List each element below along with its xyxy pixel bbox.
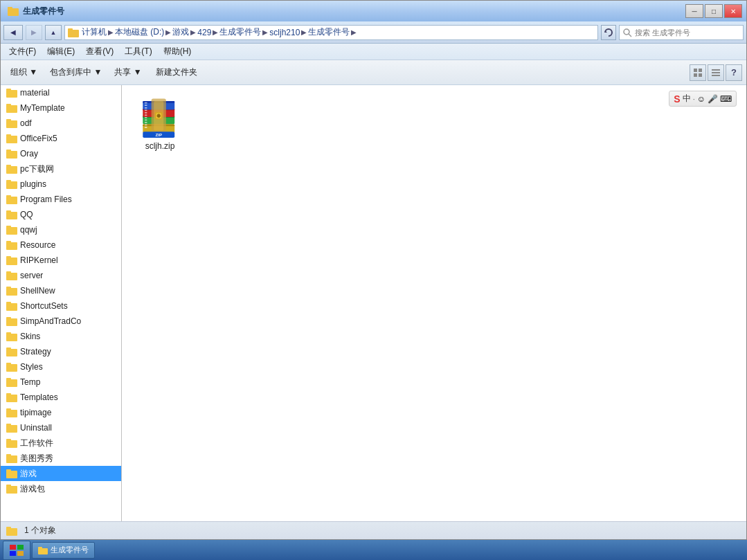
help-button[interactable]: ?: [726, 64, 742, 81]
folder-icon: [6, 271, 17, 280]
menu-tools[interactable]: 工具(T): [119, 45, 157, 59]
menu-file[interactable]: 文件(F): [3, 45, 42, 59]
sidebar-item-shortcutsets[interactable]: ShortcutSets: [1, 298, 121, 314]
toolbar: 组织 ▼ 包含到库中 ▼ 共享 ▼ 新建文件夹: [1, 60, 746, 85]
svg-rect-8: [699, 69, 702, 72]
zip-icon-wrapper: ZIP: [138, 96, 182, 138]
view-list-button[interactable]: [708, 64, 724, 81]
sidebar-item-templates[interactable]: Templates: [1, 390, 121, 405]
folder-icon: [6, 118, 17, 128]
menu-help[interactable]: 帮助(H): [158, 45, 197, 59]
svg-rect-52: [6, 379, 17, 387]
svg-rect-2: [68, 30, 79, 37]
sidebar-item-qq[interactable]: QQ: [1, 207, 121, 222]
taskbar-explorer-btn[interactable]: 生成零件号: [32, 542, 95, 559]
up-button[interactable]: ▲: [45, 25, 62, 40]
sidebar-item-resource[interactable]: Resource: [1, 237, 121, 253]
sidebar-item-gamepack[interactable]: 游戏包: [1, 481, 121, 496]
folder-icon: [6, 301, 17, 311]
start-button[interactable]: [3, 541, 30, 560]
sidebar-item-plugins[interactable]: plugins: [1, 177, 121, 192]
back-button[interactable]: ◀: [3, 25, 23, 40]
maximize-button[interactable]: □: [705, 4, 723, 18]
sidebar-item-material[interactable]: material: [1, 85, 121, 100]
bc-scljh210[interactable]: scljh210: [269, 28, 300, 37]
svg-line-6: [629, 34, 631, 37]
sidebar-label-shortcutsets: ShortcutSets: [20, 301, 68, 311]
bc-disk[interactable]: 本地磁盘 (D:): [115, 26, 164, 38]
svg-rect-66: [6, 486, 17, 494]
include-library-dropdown[interactable]: 包含到库中 ▼: [44, 63, 107, 82]
bc-games[interactable]: 游戏: [172, 26, 189, 38]
sidebar-item-oray[interactable]: Oray: [1, 146, 121, 161]
sidebar-label-pcdownload: pc下载网: [20, 163, 54, 175]
sidebar-label-shellnew: ShellNew: [20, 286, 55, 296]
sidebar-item-shellnew[interactable]: ShellNew: [1, 283, 121, 298]
svg-rect-44: [6, 318, 17, 326]
status-folder-icon: [6, 526, 17, 536]
sidebar-item-mytemplate[interactable]: MyTemplate: [1, 100, 121, 116]
sidebar-item-meituxiu[interactable]: 美图秀秀: [1, 451, 121, 466]
sidebar-label-worksoftware: 工作软件: [20, 437, 53, 449]
search-box[interactable]: [619, 25, 744, 40]
folder-icon: [6, 286, 17, 296]
view-large-icons-button[interactable]: [690, 64, 706, 81]
new-folder-button[interactable]: 新建文件夹: [149, 63, 204, 82]
organize-dropdown[interactable]: 组织 ▼: [5, 63, 43, 82]
search-input[interactable]: [635, 28, 740, 37]
sidebar-item-qqwj[interactable]: qqwj: [1, 222, 121, 237]
status-bar: 1 个对象: [1, 521, 746, 539]
sidebar-label-gamepack: 游戏包: [20, 483, 45, 495]
sidebar-label-odf: odf: [20, 118, 32, 128]
bc-parts2[interactable]: 生成零件号: [308, 26, 350, 38]
svg-rect-36: [6, 258, 17, 265]
sidebar-item-styles[interactable]: Styles: [1, 359, 121, 374]
svg-rect-60: [6, 440, 17, 448]
bc-parts[interactable]: 生成零件号: [219, 26, 261, 38]
bc-arrow-2: ▶: [165, 28, 171, 36]
sidebar-label-server: server: [20, 271, 43, 280]
sidebar-label-qqwj: qqwj: [20, 225, 37, 235]
sidebar: material MyTemplate odf OfficeFix5 Oray …: [1, 85, 122, 521]
folder-icon: [6, 362, 17, 372]
file-item-scljh-zip[interactable]: ZIP scljh.zip: [129, 92, 191, 154]
minimize-button[interactable]: ─: [685, 4, 703, 18]
bc-429[interactable]: 429: [197, 28, 211, 37]
bc-arrow-6: ▶: [301, 28, 307, 36]
sidebar-item-pcdownload[interactable]: pc下载网: [1, 161, 121, 177]
svg-rect-37: [6, 256, 11, 258]
refresh-button[interactable]: [601, 25, 616, 40]
sidebar-item-tipimage[interactable]: tipimage: [1, 405, 121, 420]
menu-edit[interactable]: 编辑(E): [42, 45, 80, 59]
folder-icon-selected: [6, 469, 17, 478]
address-path-box[interactable]: 计算机 ▶ 本地磁盘 (D:) ▶ 游戏 ▶ 429 ▶ 生成零件号 ▶ scl…: [64, 25, 598, 40]
sidebar-item-games[interactable]: 游戏: [1, 466, 121, 481]
sidebar-item-programfiles[interactable]: Program Files: [1, 192, 121, 207]
forward-button[interactable]: ▶: [26, 25, 42, 40]
include-library-button[interactable]: 包含到库中 ▼: [44, 63, 107, 82]
bc-computer[interactable]: 计算机: [82, 26, 107, 38]
sogou-s-icon: S: [674, 93, 680, 105]
svg-rect-46: [6, 334, 17, 341]
sidebar-item-officefix5[interactable]: OfficeFix5: [1, 131, 121, 146]
organize-button[interactable]: 组织 ▼: [5, 63, 43, 82]
sidebar-item-skins[interactable]: Skins: [1, 329, 121, 344]
windows-logo-icon: [10, 545, 24, 556]
close-button[interactable]: ✕: [724, 4, 742, 18]
share-button[interactable]: 共享 ▼: [109, 63, 147, 82]
sidebar-item-temp[interactable]: Temp: [1, 374, 121, 390]
sidebar-item-worksoftware[interactable]: 工作软件: [1, 435, 121, 451]
svg-rect-13: [712, 75, 720, 76]
sidebar-item-odf[interactable]: odf: [1, 116, 121, 131]
svg-rect-89: [145, 122, 147, 123]
sidebar-item-ripkernel[interactable]: RIPKernel: [1, 253, 121, 268]
folder-icon: [6, 88, 17, 98]
sidebar-item-strategy[interactable]: Strategy: [1, 344, 121, 359]
sidebar-item-simpandtrad[interactable]: SimpAndTradCo: [1, 314, 121, 329]
svg-rect-18: [6, 120, 17, 128]
sidebar-item-uninstall[interactable]: Uninstall: [1, 420, 121, 435]
share-dropdown[interactable]: 共享 ▼: [109, 63, 147, 82]
search-box-icon: [622, 28, 632, 37]
sidebar-item-server[interactable]: server: [1, 268, 121, 283]
menu-view[interactable]: 查看(V): [80, 45, 119, 59]
